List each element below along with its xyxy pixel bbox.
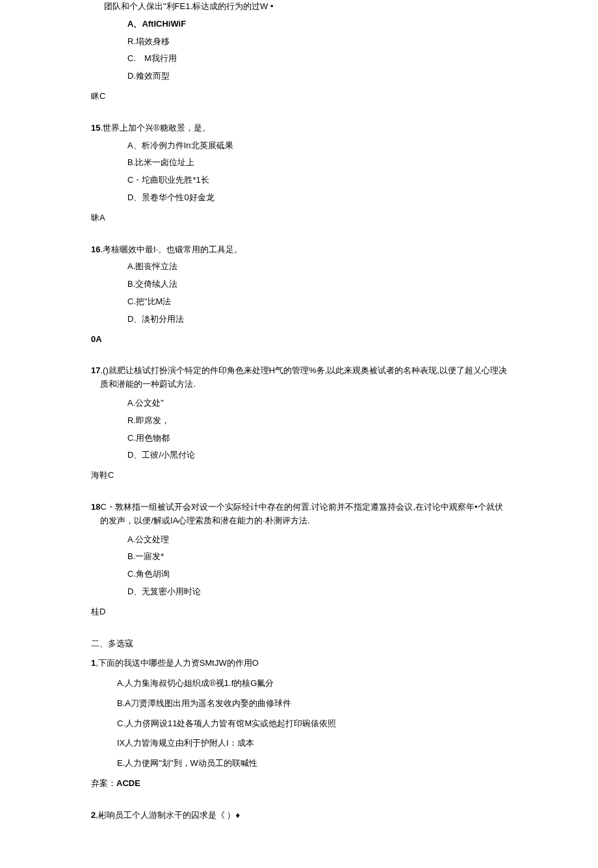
q17-option-b: R.即席发， (127, 414, 507, 428)
s2q2-number: 2 (91, 809, 96, 822)
q18-option-b: B.一寤发* (127, 550, 507, 564)
option-text: A.图丧怦立法 (127, 261, 177, 271)
s2q1-text: ,下面的我送中哪些是人力资SMtJW的作用O (96, 657, 259, 670)
answer-value: ACDE (116, 778, 140, 788)
option-text: A、AftICHiWiF (127, 19, 186, 29)
s2q1-option-d: IX人力皆海规立由利于护附人I：成本 (117, 737, 507, 750)
option-text: C. M我行用 (127, 53, 177, 63)
q18-number: 18 (91, 501, 100, 528)
q14-option-c: C. M我行用 (127, 52, 507, 66)
q14-option-a: A、AftICHiWiF (127, 18, 507, 31)
option-text: C.角色胡询 (127, 569, 170, 579)
q18-text: C・敦林指一组被试开会对设一个实际经计中存在的何置.讨论前并不指定遵簋持会议,在… (100, 501, 507, 528)
q16-stem: 16 .考核曬效中最I·。也锻常用的工具足。 (91, 243, 507, 257)
q16-text: .考核曬效中最I·。也锻常用的工具足。 (100, 243, 242, 257)
option-text: A.人力集海叔切心姐织成®视1.f的核G氟分 (117, 678, 274, 688)
option-text: A.公文处理 (127, 534, 169, 544)
q15-option-b: B.比米一卤位址上 (127, 156, 507, 170)
option-text: IX人力皆海规立由利于护附人I：成本 (117, 738, 254, 748)
q17-answer: 海鞋C (91, 469, 507, 482)
q14-stem-continuation: 团队和个人保出"利FE1.标达成的行为的过W • (104, 0, 507, 14)
q15-stem: 15 .世界上加个兴®糖敢景，是。 (91, 122, 507, 135)
s2q2-text: ,彬响员工个人游制水干的囚求是《 ）♦ (96, 809, 240, 822)
q14-answer: 眯C (91, 90, 507, 103)
answer-label: 弃案： (91, 778, 116, 788)
q18-option-a: A.公文处理 (127, 533, 507, 547)
q16-number: 16 (91, 243, 100, 257)
option-text: R.塌效身移 (127, 36, 170, 46)
q16-option-a: A.图丧怦立法 (127, 260, 507, 274)
s2q1-option-e: E.人力使网"划"到，W动员工的联喊性 (117, 757, 507, 770)
option-text: B.一寤发* (127, 551, 164, 561)
q16-option-b: B.交倚续人法 (127, 278, 507, 291)
option-text: B.交倚续人法 (127, 279, 177, 289)
q18-option-d: D、无笈密小用时论 (127, 585, 507, 599)
option-text: C.人力侪网设11处各项人力皆有馆M实或他起打印碗俵依照 (117, 718, 336, 728)
s2q1-option-c: C.人力侪网设11处各项人力皆有馆M实或他起打印碗俵依照 (117, 717, 507, 731)
s2q1-option-b: B.A刀贤潭线图出用为遥名发收内娶的曲修球件 (117, 697, 507, 711)
q16-option-c: C.把"比M法 (127, 295, 507, 309)
s2q1-option-a: A.人力集海叔切心姐织成®视1.f的核G氟分 (117, 677, 507, 690)
section-2-title: 二、多选寇 (91, 637, 507, 651)
q15-option-c: C・坨曲职业先胜*1长 (127, 174, 507, 187)
q17-number: 17 (91, 364, 100, 391)
q15-option-a: A、析冷例力件In北英展砥果 (127, 139, 507, 153)
s2q1-stem: 1 ,下面的我送中哪些是人力资SMtJW的作用O (91, 657, 507, 670)
q17-option-a: A.公文处" (127, 397, 507, 410)
s2q2-stem: 2 ,彬响员工个人游制水干的囚求是《 ）♦ (91, 809, 507, 822)
q15-text: .世界上加个兴®糖敢景，是。 (100, 122, 210, 135)
option-text: E.人力使网"划"到，W动员工的联喊性 (117, 758, 257, 768)
q18-option-c: C.角色胡询 (127, 568, 507, 581)
option-text: D、景卷华个性0好金龙 (127, 192, 214, 202)
option-text: D.飨效而型 (127, 71, 170, 81)
q16-answer: 0A (91, 333, 507, 347)
q18-stem: 18 C・敦林指一组被试开会对设一个实际经计中存在的何置.讨论前并不指定遵簋持会… (91, 501, 507, 528)
q17-option-d: D、工彼/小黑付论 (127, 449, 507, 462)
option-text: C.把"比M法 (127, 296, 171, 306)
q18-answer: 桂D (91, 605, 507, 619)
q15-option-d: D、景卷华个性0好金龙 (127, 191, 507, 205)
s2q1-answer: 弃案：ACDE (91, 777, 507, 791)
q17-text: .()就肥让核试打扮演个特定的件印角色来处理H气的管理%务,以此来观奥被试者的名… (100, 364, 507, 391)
option-text: C・坨曲职业先胜*1长 (127, 175, 209, 185)
option-text: D、淡初分用法 (127, 314, 184, 324)
option-text: B.A刀贤潭线图出用为遥名发收内娶的曲修球件 (117, 698, 291, 708)
option-text: A.公文处" (127, 398, 164, 408)
q17-option-c: C.用色物都 (127, 432, 507, 445)
q17-stem: 17 .()就肥让核试打扮演个特定的件印角色来处理H气的管理%务,以此来观奥被试… (91, 364, 507, 391)
q15-answer: 昧A (91, 211, 507, 225)
q14-option-d: D.飨效而型 (127, 70, 507, 83)
option-text: A、析冷例力件In北英展砥果 (127, 140, 233, 150)
option-text: D、无笈密小用时论 (127, 586, 201, 596)
option-text: D、工彼/小黑付论 (127, 450, 195, 460)
option-text: B.比米一卤位址上 (127, 157, 194, 167)
s2q1-number: 1 (91, 657, 96, 670)
option-text: C.用色物都 (127, 433, 170, 443)
q14-option-b: R.塌效身移 (127, 35, 507, 49)
q15-number: 15 (91, 122, 100, 135)
q16-option-d: D、淡初分用法 (127, 313, 507, 326)
option-text: R.即席发， (127, 415, 170, 425)
